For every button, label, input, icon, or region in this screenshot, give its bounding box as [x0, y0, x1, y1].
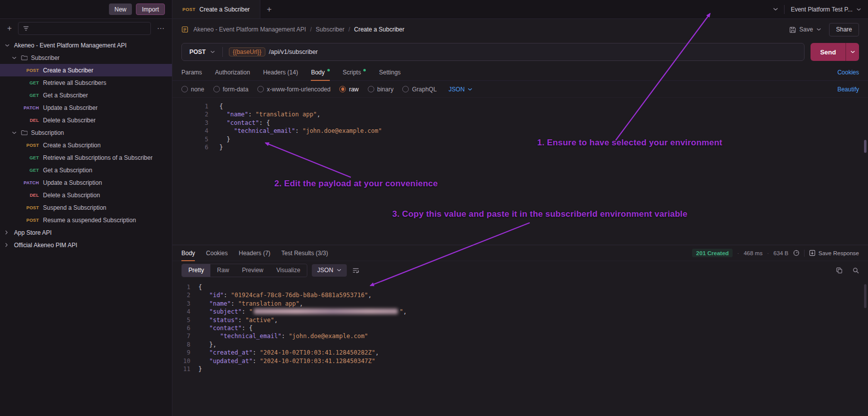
line-number: 7 [178, 332, 190, 340]
import-button[interactable]: Import [136, 3, 165, 15]
topbar-right: Event Platform Test P... [766, 0, 868, 18]
method-label: GET [22, 93, 39, 98]
body-type-x-www-form-urlencoded[interactable]: x-www-form-urlencoded [257, 86, 330, 93]
sidebar-collection-app-store-api[interactable]: App Store API [0, 226, 172, 239]
search-icon[interactable] [853, 267, 859, 274]
code-line: 3 "contact": { [181, 119, 868, 127]
status-badge: 201 Created [692, 249, 733, 257]
separator-dot: · [737, 250, 739, 256]
sidebar-folder-subscription[interactable]: Subscription [0, 126, 172, 139]
add-collection-button[interactable]: + [5, 24, 14, 33]
more-options-icon[interactable]: ⋯ [155, 24, 167, 33]
code-line: 10 "updated_at": "2024-10-02T10:03:41.12… [178, 357, 868, 365]
body-language-selector[interactable]: JSON [449, 86, 472, 93]
view-tab-visualize[interactable]: Visualize [270, 264, 307, 277]
response-tab-headers-7[interactable]: Headers (7) [239, 245, 270, 261]
request-body-editor[interactable]: 1{2 "name": "translation app",3 "contact… [172, 98, 868, 245]
response-tab-body[interactable]: Body [181, 245, 195, 261]
sidebar-request-suspend-a-subscription[interactable]: POSTSuspend a Subscription [0, 201, 172, 214]
response-tabs-row: BodyCookiesHeaders (7)Test Results (3/3)… [172, 245, 868, 261]
line-number: 6 [178, 324, 190, 332]
item-label: Get a Subscriber [43, 92, 88, 99]
sidebar-search[interactable] [18, 22, 151, 35]
sidebar-collection-official-akeneo-pim-api[interactable]: Official Akeneo PIM API [0, 239, 172, 251]
body-type-none[interactable]: none [181, 86, 204, 93]
wrap-lines-icon[interactable] [352, 264, 359, 277]
cookies-link[interactable]: Cookies [838, 69, 859, 76]
request-tab-settings[interactable]: Settings [379, 64, 400, 80]
view-tab-raw[interactable]: Raw [210, 264, 235, 277]
sidebar-request-retrieve-all-subscriptions-of-a-subscriber[interactable]: GETRetrieve all Subscriptions of a Subsc… [0, 151, 172, 164]
line-number: 4 [181, 127, 208, 135]
body-type-form-data[interactable]: form-data [213, 86, 248, 93]
body-type-binary[interactable]: binary [368, 86, 394, 93]
url-input[interactable]: {{baseUrl}} /api/v1/subscriber [229, 47, 318, 56]
method-selector[interactable]: POST [182, 48, 222, 55]
view-tab-preview[interactable]: Preview [235, 264, 270, 277]
sidebar-request-get-a-subscription[interactable]: GETGet a Subscription [0, 164, 172, 176]
response-body-viewer[interactable]: 1{2 "id": "01924caf-78c8-76db-b8ab-6881a… [172, 279, 868, 416]
request-tab-params[interactable]: Params [181, 64, 202, 80]
sidebar-request-get-a-subscriber[interactable]: GETGet a Subscriber [0, 89, 172, 101]
beautify-link[interactable]: Beautify [838, 86, 859, 93]
item-label: Retrieve all Subscriptions of a Subscrib… [43, 154, 152, 161]
sidebar-request-update-a-subscription[interactable]: PATCHUpdate a Subscription [0, 176, 172, 189]
sidebar-request-retrieve-all-subscribers[interactable]: GETRetrieve all Subscribers [0, 76, 172, 89]
folder-icon [21, 55, 27, 60]
sidebar-request-update-a-subscriber[interactable]: PATCHUpdate a Subscriber [0, 101, 172, 114]
request-tab-body[interactable]: Body [311, 64, 329, 80]
save-response-button[interactable]: Save Response [809, 250, 859, 256]
response-pane: BodyCookiesHeaders (7)Test Results (3/3)… [172, 245, 868, 416]
breadcrumb-item[interactable]: Create a Subcriber [354, 26, 405, 33]
network-info-icon[interactable] [793, 250, 800, 256]
scrollbar-thumb[interactable] [864, 284, 867, 308]
chevron-down-icon [12, 131, 21, 134]
method-label: GET [22, 155, 39, 160]
send-options-chevron-icon[interactable] [846, 43, 859, 61]
annotation-note-1: 1. Ensure to have selected your environm… [537, 138, 722, 148]
line-number: 5 [181, 135, 208, 143]
response-tab-cookies[interactable]: Cookies [206, 245, 227, 261]
collection-icon [181, 26, 188, 33]
new-tab-button[interactable]: + [260, 0, 278, 18]
chevron-down-icon [337, 269, 341, 272]
modified-dot [363, 69, 366, 71]
breadcrumb-item[interactable]: Akeneo - Event Platform Management API [193, 26, 306, 33]
view-tab-pretty[interactable]: Pretty [182, 264, 210, 277]
sidebar-request-delete-a-subscriber[interactable]: DELDelete a Subscriber [0, 114, 172, 126]
sidebar-request-create-a-subcriber[interactable]: POSTCreate a Subcriber [0, 64, 172, 76]
response-tab-test-results-3-3[interactable]: Test Results (3/3) [281, 245, 328, 261]
sidebar-request-create-a-subscription[interactable]: POSTCreate a Subscription [0, 139, 172, 151]
copy-icon[interactable] [836, 267, 843, 274]
tab-label: Body [311, 69, 324, 76]
item-label: Update a Subscriber [43, 104, 97, 111]
sidebar-folder-subscriber[interactable]: Subscriber [0, 51, 172, 64]
environment-selector[interactable]: Event Platform Test P... [791, 6, 861, 13]
response-language-selector[interactable]: JSON [312, 264, 347, 277]
environment-name: Event Platform Test P... [791, 6, 853, 13]
sidebar-search-input[interactable] [32, 25, 146, 32]
save-button[interactable]: Save [790, 26, 821, 33]
request-tab-authorization[interactable]: Authorization [215, 64, 250, 80]
sidebar-collection-akeneo-event-platform-management-api[interactable]: Akeneo - Event Platform Management API [0, 39, 172, 51]
breadcrumb-item[interactable]: Subscriber [316, 26, 344, 33]
scrollbar-thumb[interactable] [864, 140, 867, 153]
body-type-raw[interactable]: raw [339, 86, 358, 93]
chevron-down-icon[interactable] [773, 7, 778, 11]
request-tab-scripts[interactable]: Scripts [343, 64, 366, 80]
item-label: Subscription [31, 129, 64, 136]
send-button[interactable]: Send [811, 43, 846, 61]
chevron-down-icon[interactable] [817, 28, 821, 31]
request-tab-headers-14[interactable]: Headers (14) [263, 64, 298, 80]
chevron-down-icon [12, 56, 21, 59]
share-button[interactable]: Share [829, 23, 859, 36]
body-type-graphql[interactable]: GraphQL [402, 86, 436, 93]
sidebar-request-resume-a-suspended-subscription[interactable]: POSTResume a suspended Subscription [0, 214, 172, 226]
url-variable-chip[interactable]: {{baseUrl}} [229, 47, 265, 56]
method-label: PATCH [22, 105, 39, 110]
code-line: 9 "created_at": "2024-10-02T10:03:41.128… [178, 349, 868, 357]
new-button[interactable]: New [109, 3, 132, 15]
open-request-tab[interactable]: POST Create a Subcriber [172, 0, 260, 18]
sidebar-request-delete-a-subscription[interactable]: DELDelete a Subscription [0, 189, 172, 201]
url-bar: POST {{baseUrl}} /api/v1/subscriber [181, 43, 805, 61]
